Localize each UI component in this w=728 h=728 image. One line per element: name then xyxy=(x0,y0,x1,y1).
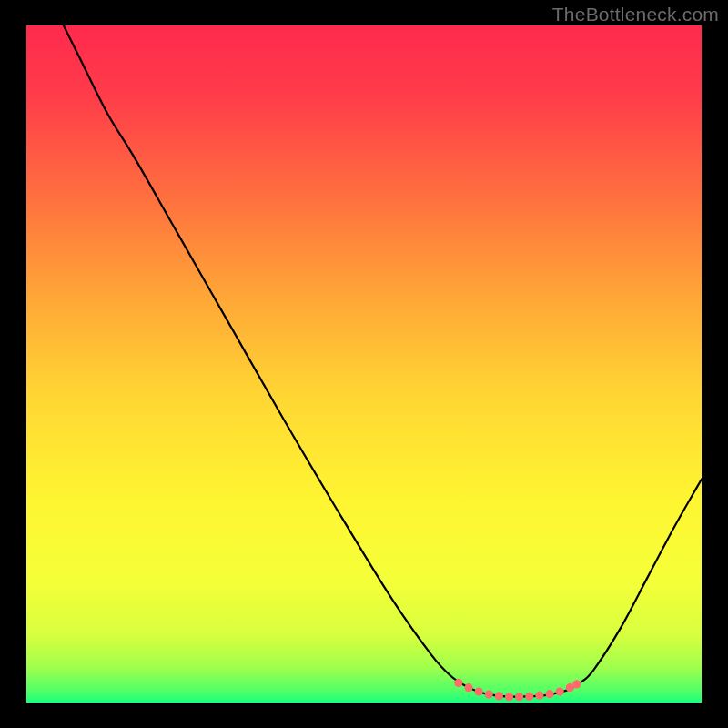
chart-marker xyxy=(464,683,472,692)
chart-marker xyxy=(515,693,523,701)
chart-marker xyxy=(572,680,581,688)
chart-marker xyxy=(535,692,543,700)
chart-marker xyxy=(495,692,503,700)
chart-marker xyxy=(505,693,513,701)
chart-marker xyxy=(556,688,564,696)
chart-markers xyxy=(26,25,702,703)
watermark-text: TheBottleneck.com xyxy=(552,4,719,25)
chart-marker xyxy=(545,690,553,698)
chart-marker xyxy=(454,679,462,687)
chart-plot-inner xyxy=(26,25,702,703)
chart-marker xyxy=(525,693,533,701)
chart-plot-area xyxy=(26,25,702,703)
chart-marker xyxy=(475,688,483,696)
chart-marker xyxy=(485,690,493,698)
